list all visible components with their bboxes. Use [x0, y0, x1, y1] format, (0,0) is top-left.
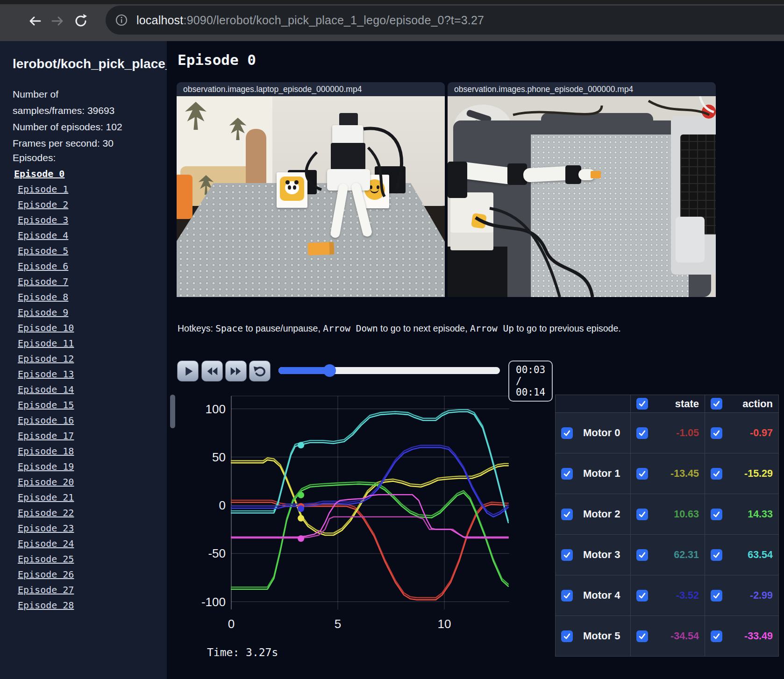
scrollbar-thumb[interactable] — [170, 395, 175, 428]
episode-link-4[interactable]: Episode 4 — [18, 228, 68, 243]
episode-link-15[interactable]: Episode 15 — [18, 397, 74, 413]
motor-4-action-checkbox[interactable] — [711, 590, 722, 601]
motor-row-4: Motor 4-3.52-2.99 — [556, 575, 779, 616]
motor-1-action-checkbox[interactable] — [711, 468, 722, 480]
motor-2-checkbox[interactable] — [561, 509, 573, 520]
dataset-info-line: Frames per second: 30 — [13, 135, 167, 151]
episode-link-18[interactable]: Episode 18 — [18, 444, 74, 459]
svg-text:0: 0 — [228, 617, 235, 631]
dataset-info-line: Number of — [13, 86, 167, 102]
motor-3-checkbox[interactable] — [561, 549, 573, 561]
motor-0-label: Motor 0 — [583, 427, 620, 439]
episode-link-13[interactable]: Episode 13 — [18, 367, 74, 382]
motor-4-action-value: -2.99 — [750, 590, 773, 601]
motor-0-state-checkbox[interactable] — [636, 427, 648, 439]
seek-slider-fill — [278, 367, 329, 374]
episode-link-17[interactable]: Episode 17 — [18, 428, 74, 444]
chart-time-label: Time: 3.27s — [207, 646, 278, 658]
info-icon[interactable] — [115, 14, 128, 27]
motor-2-state-checkbox[interactable] — [636, 509, 648, 520]
episode-link-6[interactable]: Episode 6 — [18, 259, 68, 274]
motor-3-state-checkbox[interactable] — [636, 549, 648, 561]
motor-1-state-checkbox[interactable] — [636, 468, 648, 480]
time-display: 00:03 / 00:14 — [508, 361, 553, 402]
svg-text:10: 10 — [438, 617, 451, 631]
episode-link-3[interactable]: Episode 3 — [18, 212, 68, 228]
episode-link-10[interactable]: Episode 10 — [18, 320, 74, 336]
motor-3-action-checkbox[interactable] — [711, 549, 722, 561]
episode-link-14[interactable]: Episode 14 — [18, 382, 74, 397]
motor-1-state-value: -13.45 — [670, 468, 699, 480]
episode-link-28[interactable]: Episode 28 — [18, 598, 74, 613]
video-title-laptop: observation.images.laptop_episode_000000… — [177, 82, 445, 96]
page-body: lerobot/koch_pick_place_1_lego Number of… — [0, 41, 784, 679]
episode-link-1[interactable]: Episode 1 — [18, 182, 68, 197]
motor-chart[interactable]: 100500-50-1000510 — [177, 374, 514, 654]
episode-link-12[interactable]: Episode 12 — [18, 351, 74, 367]
episode-link-26[interactable]: Episode 26 — [18, 567, 74, 582]
dataset-title: lerobot/koch_pick_place_1_lego — [13, 54, 153, 74]
video-panel-laptop: observation.images.laptop_episode_000000… — [177, 82, 445, 297]
url-host: localhost — [136, 14, 183, 27]
episode-link-16[interactable]: Episode 16 — [18, 413, 74, 428]
episode-link-2[interactable]: Episode 2 — [18, 197, 68, 212]
episode-link-20[interactable]: Episode 20 — [18, 474, 74, 490]
motor-0-checkbox[interactable] — [561, 427, 573, 439]
video-phone[interactable] — [448, 96, 716, 297]
motor-row-1: Motor 1-13.45-15.29 — [556, 453, 779, 494]
motor-5-checkbox[interactable] — [561, 630, 573, 642]
action-column-checkbox[interactable] — [711, 398, 722, 410]
table-header-row: stateaction — [556, 395, 779, 413]
page-title: Episode 0 — [178, 51, 256, 68]
url-bar[interactable]: localhost:9090/lerobot/koch_pick_place_1… — [106, 6, 784, 35]
video-laptop[interactable] — [177, 96, 445, 297]
motor-1-label: Motor 1 — [583, 467, 620, 480]
episode-link-19[interactable]: Episode 19 — [18, 459, 74, 474]
seek-slider[interactable] — [278, 367, 500, 374]
episode-link-7[interactable]: Episode 7 — [18, 274, 68, 290]
episode-link-25[interactable]: Episode 25 — [18, 552, 74, 567]
main-content: Episode 0 observation.images.laptop_epis… — [167, 41, 784, 679]
back-icon[interactable] — [26, 12, 44, 30]
motor-5-action-checkbox[interactable] — [711, 630, 722, 642]
episode-link-24[interactable]: Episode 24 — [18, 536, 74, 552]
motor-3-state-value: 62.31 — [674, 549, 699, 561]
motor-4-state-checkbox[interactable] — [636, 590, 648, 601]
state-column-header: state — [675, 398, 699, 410]
motor-2-action-checkbox[interactable] — [711, 509, 722, 520]
episode-link-23[interactable]: Episode 23 — [18, 521, 74, 536]
motor-4-checkbox[interactable] — [561, 590, 573, 601]
episode-link-0[interactable]: Episode 0 — [14, 166, 64, 182]
episode-link-8[interactable]: Episode 8 — [18, 290, 68, 305]
episode-link-11[interactable]: Episode 11 — [18, 336, 74, 351]
hotkey-text: to go to next episode, — [378, 323, 470, 333]
motor-0-action-checkbox[interactable] — [711, 427, 722, 439]
motor-5-state-checkbox[interactable] — [636, 630, 648, 642]
motor-table: stateaction Motor 0-1.05-0.97Motor 1-13.… — [555, 395, 779, 657]
svg-text:100: 100 — [206, 402, 226, 416]
dataset-info: Number ofsamples/frames: 39693Number of … — [13, 86, 167, 151]
episode-link-5[interactable]: Episode 5 — [18, 243, 68, 259]
reload-icon[interactable] — [72, 12, 90, 30]
motor-5-state-value: -34.54 — [670, 630, 699, 642]
hotkey-key: Space — [215, 323, 243, 334]
motor-2-state-value: 10.63 — [674, 509, 699, 520]
motor-4-label: Motor 4 — [583, 589, 620, 601]
motor-3-label: Motor 3 — [583, 549, 620, 561]
episode-link-21[interactable]: Episode 21 — [18, 490, 74, 505]
state-column-checkbox[interactable] — [636, 398, 648, 410]
browser-toolbar: localhost:9090/lerobot/koch_pick_place_1… — [0, 0, 784, 41]
dataset-info-line: samples/frames: 39693 — [13, 102, 167, 119]
episode-link-27[interactable]: Episode 27 — [18, 582, 74, 598]
url-text[interactable]: localhost:9090/lerobot/koch_pick_place_1… — [136, 14, 484, 27]
forward-icon[interactable] — [49, 12, 66, 30]
motor-1-checkbox[interactable] — [561, 468, 573, 480]
lego-brick — [308, 242, 335, 255]
svg-text:-100: -100 — [201, 595, 226, 609]
video-title-phone: observation.images.phone_episode_000000.… — [448, 82, 716, 96]
motor-row-5: Motor 5-34.54-33.49 — [556, 616, 779, 657]
motor-3-action-value: 63.54 — [748, 549, 773, 561]
episode-link-22[interactable]: Episode 22 — [18, 505, 74, 521]
dataset-info-line: Number of episodes: 102 — [13, 119, 167, 135]
episode-link-9[interactable]: Episode 9 — [18, 305, 68, 320]
